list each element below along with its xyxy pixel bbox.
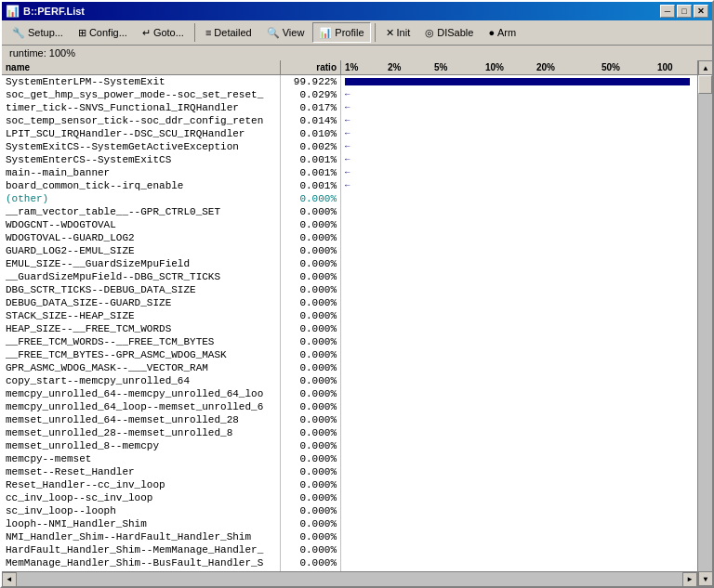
table-row[interactable]: EMUL_SIZE--__GuardSizeMpuField0.000% (2, 257, 697, 270)
maximize-button[interactable]: □ (677, 5, 692, 18)
col-name-header: name (2, 60, 281, 74)
table-row[interactable]: Reset_Handler--cc_inv_loop0.000% (2, 478, 697, 491)
table-row[interactable]: soc_temp_sensor_tick--soc_ddr_config_ret… (2, 114, 697, 127)
h-scroll-track[interactable] (17, 572, 682, 586)
init-label: Init (397, 27, 411, 38)
goto-button[interactable]: ↵ Goto... (136, 22, 191, 43)
cell-ratio: 0.010% (281, 127, 341, 140)
runtime-bar: runtime: 100% (2, 46, 712, 60)
table-row[interactable]: soc_get_hmp_sys_power_mode--soc_set_rese… (2, 88, 697, 101)
table-row[interactable]: memcpy--memset0.000% (2, 452, 697, 465)
table-row[interactable]: __FREE_TCM_BYTES--GPR_ASMC_WDOG_MASK0.00… (2, 348, 697, 361)
minimize-button[interactable]: ─ (660, 5, 675, 18)
cell-name: WDOGCNT--WDOGTOVAL (2, 218, 281, 231)
table-row[interactable]: WDOGCNT--WDOGTOVAL0.000% (2, 218, 697, 231)
view-button[interactable]: 🔍 View (260, 22, 311, 43)
table-row[interactable]: SystemExitCS--SystemGetActiveException0.… (2, 140, 697, 153)
cell-name: sc_inv_loop--looph (2, 504, 281, 517)
table-row[interactable]: __FREE_TCM_WORDS--__FREE_TCM_BYTES0.000% (2, 335, 697, 348)
detailed-button[interactable]: ≡ Detailed (199, 22, 258, 43)
v-scrollbar[interactable]: ▲ ▼ (697, 60, 712, 586)
table-row[interactable]: board_common_tick--irq_enable0.001%← (2, 179, 697, 192)
table-row[interactable]: memset--Reset_Handler0.000% (2, 465, 697, 478)
cell-name: LPIT_SCU_IRQHandler--DSC_SCU_IRQHandler (2, 127, 281, 140)
close-button[interactable]: ✕ (694, 5, 708, 18)
cell-ratio: 0.000% (281, 192, 341, 205)
table-row[interactable]: memcpy_unrolled_64_loop--memset_unrolled… (2, 400, 697, 413)
bar-tick: ← (345, 129, 350, 138)
table-row[interactable]: copy_start--memcpy_unrolled_640.000% (2, 374, 697, 387)
setup-button[interactable]: 🔧 Setup... (6, 22, 70, 43)
cell-graph (341, 75, 697, 88)
table-row[interactable]: memcpy_unrolled_64--memcpy_unrolled_64_l… (2, 387, 697, 400)
table-row[interactable]: looph--NMI_Handler_Shim0.000% (2, 517, 697, 530)
table-row[interactable]: memset_unrolled_28--memset_unrolled_80.0… (2, 426, 697, 439)
table-row[interactable]: __ram_vector_table__--GPR_CTRL0_SET0.000… (2, 205, 697, 218)
bar-tick: ← (345, 142, 350, 151)
cell-graph (341, 478, 697, 491)
cell-name: memcpy--memset (2, 452, 281, 465)
table-row[interactable]: MemManage_Handler_Shim--BusFault_Handler… (2, 556, 697, 569)
cell-name: SystemEnterCS--SystemExitCS (2, 153, 281, 166)
cell-graph (341, 530, 697, 543)
cell-ratio: 0.001% (281, 153, 341, 166)
cell-graph (341, 257, 697, 270)
v-scroll-thumb[interactable] (698, 75, 712, 94)
table-row[interactable]: WDOGTOVAL--GUARD_LOG20.000% (2, 231, 697, 244)
profile-button[interactable]: 📊 Profile (312, 22, 370, 43)
cell-graph (341, 517, 697, 530)
table-row[interactable]: HEAP_SIZE--__FREE_TCM_WORDS0.000% (2, 322, 697, 335)
table-row[interactable]: DEBUG_DATA_SIZE--GUARD_SIZE0.000% (2, 296, 697, 309)
cell-ratio: 0.000% (281, 361, 341, 374)
arm-icon: ● (488, 27, 495, 38)
table-row[interactable]: LPIT_SCU_IRQHandler--DSC_SCU_IRQHandler0… (2, 127, 697, 140)
cell-name: memset_unrolled_28--memset_unrolled_8 (2, 426, 281, 439)
table-row[interactable]: sc_inv_loop--looph0.000% (2, 504, 697, 517)
arm-label: Arm (497, 27, 516, 38)
cell-graph (341, 283, 697, 296)
cell-graph (341, 270, 697, 283)
table-row[interactable]: HardFault_Handler_Shim--MemManage_Handle… (2, 543, 697, 556)
h-scrollbar[interactable]: ◄ ► (2, 571, 697, 586)
title-bar: 📊 B::PERF.List ─ □ ✕ (2, 2, 712, 20)
table-row[interactable]: main--main_banner0.001%← (2, 166, 697, 179)
disable-label: DISable (437, 27, 473, 38)
arm-button[interactable]: ● Arm (482, 22, 522, 43)
cell-graph (341, 400, 697, 413)
table-scroll-area[interactable]: SystemEnterLPM--SystemExit99.922%soc_get… (2, 75, 697, 571)
table-row[interactable]: memset_unrolled_8--memcpy0.000% (2, 439, 697, 452)
config-button[interactable]: ⊞ Config... (72, 22, 134, 43)
table-row[interactable]: __GuardSizeMpuField--DBG_SCTR_TICKS0.000… (2, 270, 697, 283)
disable-button[interactable]: ◎ DISable (418, 22, 480, 43)
cell-graph (341, 296, 697, 309)
table-row[interactable]: SystemEnterCS--SystemExitCS0.001%← (2, 153, 697, 166)
setup-label: Setup... (28, 27, 63, 38)
table-row[interactable]: DBG_SCTR_TICKS--DEBUG_DATA_SIZE0.000% (2, 283, 697, 296)
profile-label: Profile (335, 27, 364, 38)
h-scroll-left[interactable]: ◄ (2, 572, 17, 587)
h-scroll-right[interactable]: ► (682, 572, 697, 587)
marker-100: 100 (657, 62, 673, 72)
v-scroll-track[interactable] (698, 94, 712, 571)
title-bar-left: 📊 B::PERF.List (6, 5, 85, 18)
main-window: 📊 B::PERF.List ─ □ ✕ 🔧 Setup... ⊞ Config… (0, 0, 714, 588)
table-row[interactable]: cc_inv_loop--sc_inv_loop0.000% (2, 491, 697, 504)
cell-name: Reset_Handler--cc_inv_loop (2, 478, 281, 491)
table-row[interactable]: GPR_ASMC_WDOG_MASK--___VECTOR_RAM0.000% (2, 361, 697, 374)
table-row[interactable]: STACK_SIZE--HEAP_SIZE0.000% (2, 309, 697, 322)
v-scroll-up[interactable]: ▲ (698, 60, 712, 75)
table-row[interactable]: memset_unrolled_64--memset_unrolled_280.… (2, 413, 697, 426)
table-row[interactable]: GUARD_LOG2--EMUL_SIZE0.000% (2, 244, 697, 257)
table-row[interactable]: NMI_Handler_Shim--HardFault_Handler_Shim… (2, 530, 697, 543)
table-row[interactable]: timer_tick--SNVS_Functional_IRQHandler0.… (2, 101, 697, 114)
cell-name: DEBUG_DATA_SIZE--GUARD_SIZE (2, 296, 281, 309)
v-scroll-down[interactable]: ▼ (698, 571, 712, 586)
cell-name: memset--Reset_Handler (2, 465, 281, 478)
cell-graph: ← (341, 166, 697, 179)
table-row[interactable]: SystemEnterLPM--SystemExit99.922% (2, 75, 697, 88)
cell-name: cc_inv_loop--sc_inv_loop (2, 491, 281, 504)
table-row[interactable]: (other)0.000% (2, 192, 697, 205)
cell-graph (341, 465, 697, 478)
init-button[interactable]: ✕ Init (379, 22, 417, 43)
cell-graph (341, 374, 697, 387)
